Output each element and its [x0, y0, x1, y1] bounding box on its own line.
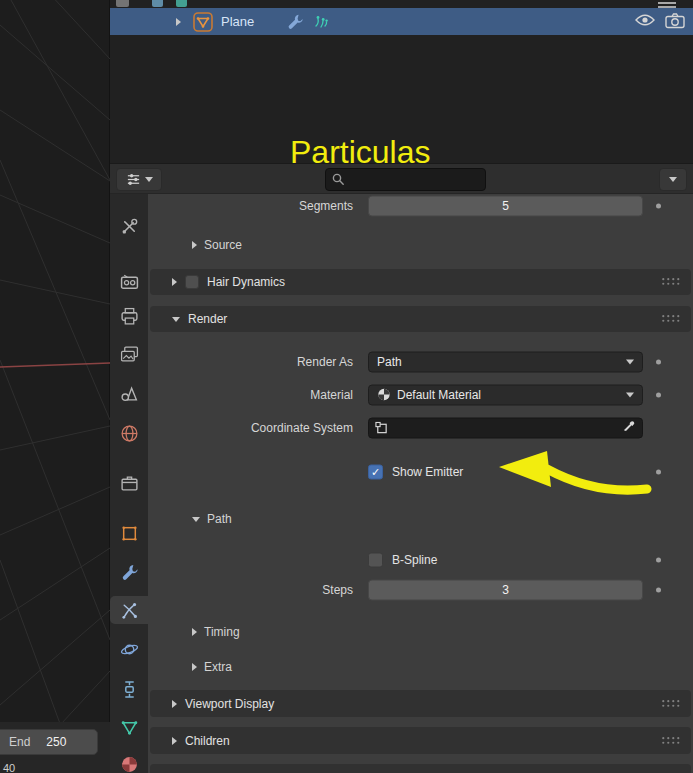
material-sphere-icon	[377, 388, 391, 402]
particles-icon[interactable]	[313, 13, 330, 30]
section-hair-dynamics[interactable]: Hair Dynamics	[150, 269, 691, 295]
animate-dot[interactable]	[656, 470, 661, 475]
eyedropper-icon[interactable]	[623, 420, 636, 436]
tab-scene[interactable]	[110, 379, 148, 407]
animate-dot[interactable]	[656, 392, 661, 397]
frame-end-field[interactable]: End 250	[0, 729, 98, 755]
blender-window: End 250 40 Plane	[0, 0, 693, 773]
section-viewport-display[interactable]: Viewport Display	[150, 690, 691, 717]
viewport-3d[interactable]: End 250 40	[0, 0, 110, 773]
tab-physics[interactable]	[110, 635, 148, 663]
chevron-right-icon	[192, 663, 197, 671]
render-as-label: Render As	[148, 355, 353, 369]
animate-dot[interactable]	[656, 203, 661, 208]
filter-icon[interactable]	[658, 0, 676, 7]
tab-modifiers[interactable]	[110, 558, 148, 586]
show-emitter-label: Show Emitter	[392, 465, 463, 479]
corner-frame-text: 40	[3, 762, 15, 773]
render-as-dropdown[interactable]: Path	[368, 351, 643, 372]
chevron-down-icon	[145, 177, 153, 182]
coordinate-system-field[interactable]	[368, 417, 643, 438]
modifier-wrench-icon[interactable]	[286, 13, 303, 30]
editor-type-button[interactable]	[116, 168, 162, 191]
tab-particles[interactable]	[110, 596, 148, 624]
tab-object[interactable]	[110, 519, 148, 547]
tab-object-data[interactable]	[110, 713, 148, 741]
tab-collection[interactable]	[110, 469, 148, 497]
section-timing[interactable]: Timing	[192, 621, 240, 643]
object-icon	[375, 421, 388, 434]
outliner-row-plane[interactable]: Plane	[110, 8, 693, 35]
show-emitter-checkbox[interactable]: ✓	[368, 465, 383, 480]
chevron-down-icon	[626, 392, 634, 397]
coordinate-system-label: Coordinate System	[148, 421, 353, 435]
frame-end-value: 250	[46, 735, 66, 749]
panel-grip-icon[interactable]	[661, 734, 681, 748]
panel-grip-icon[interactable]	[661, 275, 681, 289]
clipped-row-icon	[116, 0, 129, 7]
hide-viewport-eye-icon[interactable]	[635, 13, 655, 30]
tab-constraints[interactable]	[110, 675, 148, 703]
chevron-down-icon	[626, 359, 634, 364]
section-children[interactable]: Children	[150, 727, 691, 754]
properties-editor-icon	[126, 172, 141, 187]
x-axis-line	[0, 363, 110, 367]
panel-grip-icon[interactable]	[661, 697, 681, 711]
mesh-data-icon	[193, 12, 213, 32]
frame-end-label: End	[9, 735, 30, 749]
b-spline-checkbox[interactable]	[368, 552, 383, 567]
hair-dynamics-checkbox[interactable]	[185, 275, 199, 289]
steps-field[interactable]: 3	[368, 579, 643, 600]
chevron-right-icon	[192, 241, 197, 249]
tab-world[interactable]	[110, 419, 148, 447]
chevron-right-icon	[172, 278, 177, 286]
b-spline-label: B-Spline	[392, 553, 437, 567]
section-source[interactable]: Source	[192, 234, 242, 256]
section-path[interactable]: Path	[192, 508, 232, 530]
segments-field[interactable]: 5	[368, 195, 643, 216]
steps-label: Steps	[148, 583, 353, 597]
section-render[interactable]: Render	[150, 306, 691, 332]
chevron-right-icon	[172, 737, 177, 745]
expand-icon[interactable]	[176, 18, 181, 26]
properties-tab-strip	[110, 194, 148, 773]
timeline-strip: End 250 40	[0, 722, 110, 773]
section-hair-shape[interactable]: Hair Shape	[150, 764, 691, 773]
object-name[interactable]: Plane	[221, 14, 254, 29]
header-options-button[interactable]	[659, 168, 687, 191]
panel-grip-icon[interactable]	[661, 312, 681, 326]
animate-dot[interactable]	[656, 587, 661, 592]
disable-render-camera-icon[interactable]	[665, 12, 685, 32]
viewport-grid	[0, 0, 110, 773]
chevron-right-icon	[172, 700, 177, 708]
outliner-panel: Plane	[110, 0, 693, 163]
tab-tool[interactable]	[110, 212, 148, 240]
search-box	[325, 168, 486, 191]
animate-dot[interactable]	[656, 359, 661, 364]
material-label: Material	[148, 388, 353, 402]
chevron-down-icon	[172, 317, 180, 322]
segments-label: Segments	[148, 199, 353, 213]
particle-properties-panel: Segments 5 Source Hair Dynamics Render	[148, 194, 693, 773]
tab-material[interactable]	[110, 750, 148, 773]
chevron-right-icon	[192, 628, 197, 636]
tab-output[interactable]	[110, 302, 148, 330]
tab-render[interactable]	[110, 268, 148, 296]
material-dropdown[interactable]: Default Material	[368, 384, 643, 405]
search-input[interactable]	[325, 168, 486, 191]
animate-dot[interactable]	[656, 557, 661, 562]
section-extra[interactable]: Extra	[192, 656, 232, 678]
tab-view-layer[interactable]	[110, 340, 148, 368]
clipped-row-icon	[176, 0, 187, 7]
chevron-down-icon	[192, 517, 200, 522]
clipped-row-icon	[152, 0, 163, 7]
chevron-down-icon	[669, 177, 677, 182]
properties-header	[110, 163, 693, 194]
